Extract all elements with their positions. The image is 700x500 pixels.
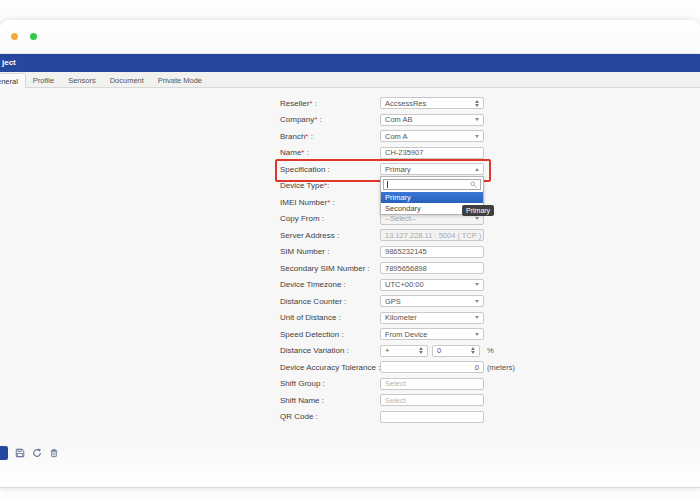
server-address-input: 13.127.228.11 : 5004 ( TCP ) [380, 229, 484, 241]
dropdown-search-input[interactable] [383, 179, 481, 190]
form-row: Speed Detection : From Device [280, 328, 515, 340]
form-row: Branch* : Com A [280, 130, 515, 142]
chevron-down-icon [475, 283, 479, 286]
field-label: Copy From : [280, 214, 380, 223]
form-row: Secondary SIM Number : 7895656898 [280, 262, 515, 274]
sim-number-input[interactable]: 9865232145 [380, 246, 484, 258]
field-label: Company* : [280, 115, 380, 124]
text-cursor [387, 181, 388, 188]
device-form: Reseller* : AccsessRes Company* : Com AB… [280, 97, 515, 427]
device-timezone-select[interactable]: UTC+00:00 [380, 279, 484, 291]
form-row: Device Accuracy Tolerance : 0 (meters) [280, 361, 515, 373]
chevron-down-icon [475, 217, 479, 220]
shift-group-input[interactable]: Select [380, 378, 484, 390]
name-input[interactable]: CH-235907 [380, 147, 484, 159]
minimize-traffic-light-icon[interactable] [11, 33, 18, 40]
field-label: Distance Variation : [280, 346, 380, 355]
app-window: ject eneral Profile Sensors Document Pri… [0, 20, 700, 488]
chevron-down-icon [475, 135, 479, 138]
secondary-sim-number-input[interactable]: 7895656898 [380, 262, 484, 274]
meters-suffix: (meters) [487, 363, 515, 372]
tab-private-mode[interactable]: Private Mode [151, 73, 209, 88]
field-label: IMEI Number* : [280, 198, 380, 207]
form-row: Company* : Com AB [280, 114, 515, 126]
field-label: Branch* : [280, 132, 380, 141]
field-label: Server Address : [280, 231, 380, 240]
dropdown-option-primary[interactable]: Primary [381, 192, 483, 203]
field-label: Unit of Distance : [280, 313, 380, 322]
form-row: Specification : Primary Primary Se [280, 163, 515, 175]
field-label: Device Timezone : [280, 280, 380, 289]
zoom-traffic-light-icon[interactable] [30, 33, 37, 40]
chevron-down-icon [475, 333, 479, 336]
branch-select[interactable]: Com A [380, 130, 484, 142]
distance-counter-select[interactable]: GPS [380, 295, 484, 307]
field-label: SIM Number : [280, 247, 380, 256]
search-icon [470, 181, 477, 188]
field-label: Device Accuracy Tolerance : [280, 363, 380, 372]
form-row: Reseller* : AccsessRes [280, 97, 515, 109]
field-label: Name* : [280, 148, 380, 157]
field-label: Reseller* : [280, 99, 380, 108]
form-row: QR Code : [280, 411, 515, 423]
option-tooltip: Primary [462, 205, 494, 216]
unit-of-distance-select[interactable]: Kilometer [380, 312, 484, 324]
specification-select[interactable]: Primary [380, 163, 484, 175]
refresh-icon [32, 448, 42, 458]
field-label: Distance Counter : [280, 297, 380, 306]
form-content: Reseller* : AccsessRes Company* : Com AB… [0, 88, 700, 487]
shift-name-input[interactable]: Select [380, 394, 484, 406]
field-label: Shift Group : [280, 379, 380, 388]
chevron-down-icon [475, 300, 479, 303]
field-label: Shift Name : [280, 396, 380, 405]
form-row: Shift Group : Select [280, 378, 515, 390]
bottom-toolbar [0, 446, 59, 460]
field-label: Device Type*: [280, 181, 380, 190]
variation-value-stepper[interactable]: 0 [432, 345, 480, 357]
tab-general[interactable]: eneral [0, 73, 26, 89]
screenshot-stage: ject eneral Profile Sensors Document Pri… [0, 0, 700, 500]
field-label: Secondary SIM Number : [280, 264, 380, 273]
delete-button[interactable] [48, 448, 59, 459]
form-row: Unit of Distance : Kilometer [280, 312, 515, 324]
app-header: ject [0, 54, 700, 72]
field-label: QR Code : [280, 412, 380, 421]
company-select[interactable]: Com AB [380, 114, 484, 126]
save-floppy-icon [15, 448, 25, 458]
placeholder-text: Select [385, 379, 406, 388]
trash-icon [49, 448, 59, 458]
updown-arrows-icon [475, 100, 479, 107]
form-row: Distance Counter : GPS [280, 295, 515, 307]
refresh-button[interactable] [31, 448, 42, 459]
chevron-down-icon [475, 118, 479, 121]
window-titlebar [0, 20, 700, 54]
tab-profile[interactable]: Profile [26, 73, 61, 88]
updown-arrows-icon [419, 347, 423, 354]
tab-bar: eneral Profile Sensors Document Private … [0, 72, 700, 88]
form-row: Shift Name : Select [280, 394, 515, 406]
tab-sensors[interactable]: Sensors [61, 73, 103, 88]
form-row: Server Address : 13.127.228.11 : 5004 ( … [280, 229, 515, 241]
form-row: Device Timezone : UTC+00:00 [280, 279, 515, 291]
save-button[interactable] [14, 448, 25, 459]
reseller-select[interactable]: AccsessRes [380, 97, 484, 109]
field-label: Specification : [280, 165, 380, 174]
variation-sign-stepper[interactable]: + [380, 345, 428, 357]
device-accuracy-tolerance-input[interactable]: 0 [380, 361, 484, 373]
updown-arrows-icon [471, 347, 475, 354]
qr-code-input[interactable] [380, 411, 484, 423]
field-label: Speed Detection : [280, 330, 380, 339]
form-row: Distance Variation : + 0 % [280, 345, 515, 357]
cut-off-button[interactable] [0, 446, 8, 460]
percent-suffix: % [487, 346, 494, 355]
placeholder-text: Select [385, 396, 406, 405]
chevron-up-icon [475, 168, 479, 171]
chevron-down-icon [475, 316, 479, 319]
page-title: ject [2, 58, 16, 67]
form-row: SIM Number : 9865232145 [280, 246, 515, 258]
form-row: Name* : CH-235907 [280, 147, 515, 159]
tab-document[interactable]: Document [103, 73, 151, 88]
speed-detection-select[interactable]: From Device [380, 328, 484, 340]
